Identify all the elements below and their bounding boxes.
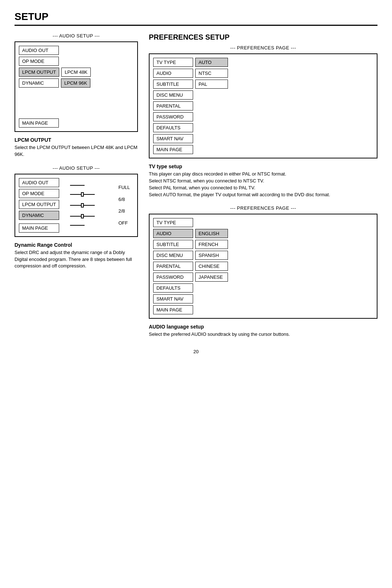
lpcm-output-item-2[interactable]: LPCM OUTPUT <box>19 200 59 209</box>
dynamic-item-1[interactable]: DYNAMIC <box>19 78 59 88</box>
drc-left-menu: AUDIO OUT OP MODE LPCM OUTPUT DYNAMIC MA… <box>19 178 59 233</box>
ntsc-item[interactable]: NTSC <box>195 69 228 78</box>
tv-type-desc: TV type setup This player can play discs… <box>149 164 377 198</box>
lpcm-desc: LPCM OUTPUT Select the LPCM OUTPUT betwe… <box>15 137 138 158</box>
left-column: --- AUDIO SETUP --- AUDIO OUT OP MODE LP… <box>15 33 138 345</box>
tv-type-item-2[interactable]: TV TYPE <box>153 218 193 227</box>
subtitle-item-1[interactable]: SUBTITLE <box>153 80 193 89</box>
pal-item[interactable]: PAL <box>195 80 228 89</box>
french-item[interactable]: FRENCH <box>195 240 228 249</box>
lpcm-48k-item[interactable]: LPCM 48K <box>61 68 91 77</box>
audio-lang-desc-title: AUDIO language setup <box>149 324 377 330</box>
audio-menu-box-1: AUDIO OUT OP MODE LPCM OUTPUT LPCM 48K D… <box>15 41 138 132</box>
page-number: 20 <box>15 349 377 354</box>
defaults-item-2[interactable]: DEFAULTS <box>153 283 193 293</box>
right-column: PREFERENCES SETUP --- PREFERENCES PAGE -… <box>149 33 377 345</box>
defaults-item-1[interactable]: DEFAULTS <box>153 123 193 132</box>
main-page-item-2[interactable]: MAIN PAGE <box>19 223 59 233</box>
audio-item-1[interactable]: AUDIO <box>153 69 193 78</box>
slider-labels: FULL 6/8 2/8 OFF <box>118 182 130 229</box>
main-page-pref-2[interactable]: MAIN PAGE <box>153 305 193 314</box>
japanese-item[interactable]: JAPANESE <box>195 273 228 282</box>
audio-setup-label-1: --- AUDIO SETUP --- <box>15 33 138 39</box>
slider-ticks <box>70 182 115 229</box>
pref-box-2: TV TYPE AUDIO ENGLISH SUBTITLE FRENCH DI… <box>149 214 377 319</box>
parental-item-1[interactable]: PARENTAL <box>153 101 193 110</box>
smart-nav-item-1[interactable]: SMART NAV <box>153 134 193 143</box>
password-item-2[interactable]: PASSWORD <box>153 273 193 282</box>
password-item-1[interactable]: PASSWORD <box>153 112 193 121</box>
tv-type-desc-text: This player can play discs recorded in e… <box>149 171 377 198</box>
audio-item-2[interactable]: AUDIO <box>153 229 193 238</box>
drc-desc-title: Dynamic Range Control <box>15 242 138 248</box>
audio-out-item[interactable]: AUDIO OUT <box>19 46 59 55</box>
drc-desc-text: Select DRC and adjust the dynamic range … <box>15 249 138 270</box>
audio-menu-box-2: AUDIO OUT OP MODE LPCM OUTPUT DYNAMIC MA… <box>15 174 138 237</box>
audio-setup-label-2: --- AUDIO SETUP --- <box>15 165 138 171</box>
drc-desc: Dynamic Range Control Select DRC and adj… <box>15 242 138 270</box>
audio-lang-desc-text: Select the preferred AUDIO soundtrack by… <box>149 331 377 338</box>
audio-lang-desc: AUDIO language setup Select the preferre… <box>149 324 377 338</box>
lpcm-96k-item[interactable]: LPCM 96K <box>61 78 90 88</box>
main-page-pref-1[interactable]: MAIN PAGE <box>153 145 193 154</box>
op-mode-item[interactable]: OP MODE <box>19 57 59 66</box>
tv-type-desc-title: TV type setup <box>149 164 377 169</box>
chinese-item[interactable]: CHINESE <box>195 262 228 271</box>
lpcm-desc-title: LPCM OUTPUT <box>15 137 138 143</box>
pref-label-2: --- PREFERENCES PAGE --- <box>149 205 377 211</box>
op-mode-item-2[interactable]: OP MODE <box>19 189 59 198</box>
drc-slider-section: FULL 6/8 2/8 OFF <box>63 178 134 233</box>
pref-title: PREFERENCES SETUP <box>149 33 377 41</box>
lpcm-desc-text: Select the LPCM OUTPUT between LPCM 48K … <box>15 144 138 158</box>
parental-item-2[interactable]: PARENTAL <box>153 262 193 271</box>
auto-item[interactable]: AUTO <box>195 58 228 67</box>
tv-type-item-1[interactable]: TV TYPE <box>153 58 193 67</box>
lpcm-output-item-1[interactable]: LPCM OUTPUT <box>19 68 59 77</box>
dynamic-item-2[interactable]: DYNAMIC <box>19 211 59 220</box>
spanish-item[interactable]: SPANISH <box>195 251 228 260</box>
audio-out-item-2[interactable]: AUDIO OUT <box>19 178 59 187</box>
subtitle-item-2[interactable]: SUBTITLE <box>153 240 193 249</box>
main-page-item-1[interactable]: MAIN PAGE <box>19 118 59 128</box>
disc-menu-item-2[interactable]: DISC MENU <box>153 251 193 260</box>
pref-box-1: TV TYPE AUTO AUDIO NTSC SUBTITLE PAL DIS… <box>149 53 377 158</box>
disc-menu-item-1[interactable]: DISC MENU <box>153 90 193 100</box>
english-item[interactable]: ENGLISH <box>195 229 228 238</box>
smart-nav-item-2[interactable]: SMART NAV <box>153 294 193 303</box>
setup-title: SETUP <box>15 11 377 26</box>
pref-label-1: --- PREFERENCES PAGE --- <box>149 45 377 51</box>
